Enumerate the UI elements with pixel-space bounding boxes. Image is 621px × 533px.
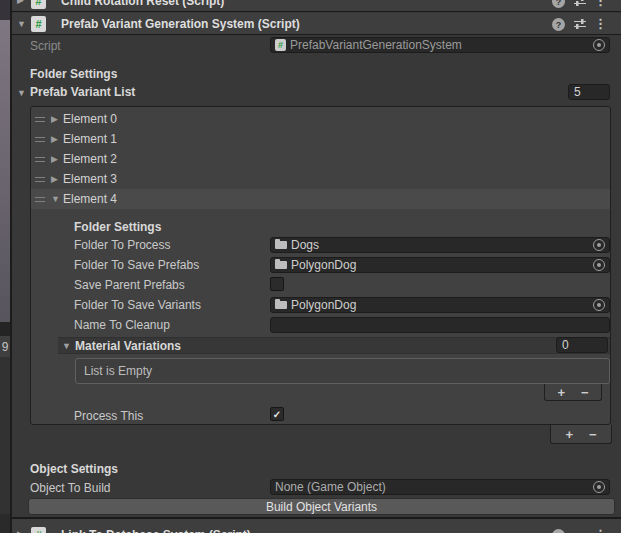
left-strip-segment [0,357,10,514]
element4-folder-settings-header: Folder Settings [74,220,161,234]
object-picker-icon[interactable] [593,239,605,251]
next-component-title: Link To Database System (Script) [61,528,251,533]
material-variations-footer: + − [544,384,602,401]
add-element-button[interactable]: + [565,428,573,441]
object-picker-icon[interactable] [593,39,605,51]
folder-to-process-value: Dogs [291,238,589,252]
folder-to-process-label: Folder To Process [74,238,171,252]
unity-inspector-screenshot: 9 ▶ # Child Rotation Reset (Script) ? ⋮ … [0,0,621,533]
foldout-icon[interactable]: ▶ [51,175,58,184]
object-settings-header: Object Settings [30,462,118,476]
material-variations-label: Material Variations [75,339,181,353]
prev-component-header[interactable]: ▶ # Child Rotation Reset (Script) ? ⋮ [12,0,621,12]
left-panel-strip: 9 [0,0,10,533]
foldout-icon[interactable]: ▼ [51,195,60,204]
folder-icon [275,241,287,249]
folder-to-save-variants-value: PolygonDog [291,298,589,312]
csharp-script-icon: # [275,39,286,51]
csharp-script-icon: # [31,0,46,9]
prefab-variant-list-footer: + − [550,425,612,444]
list-item-selected[interactable]: ▼ Element 4 [31,189,610,209]
foldout-icon[interactable]: ▶ [51,135,58,144]
folder-icon [275,301,287,309]
prefab-variant-listbox: ▶ Element 0 ▶ Element 1 ▶ Element 2 ▶ El… [30,106,611,425]
help-icon[interactable]: ? [552,0,565,8]
object-to-build-field[interactable]: None (Game Object) [270,479,610,495]
left-strip-segment [0,322,10,336]
presets-icon[interactable] [573,0,587,11]
list-item[interactable]: ▶ Element 0 [31,109,610,129]
foldout-icon[interactable]: ▶ [17,0,24,5]
left-strip-segment [0,20,10,322]
list-item[interactable]: ▶ Element 3 [31,169,610,189]
list-item[interactable]: ▶ Element 1 [31,129,610,149]
name-to-cleanup-input[interactable] [270,317,610,333]
script-object-field[interactable]: # PrefabVariantGenerationSystem [270,37,610,53]
name-to-cleanup-label: Name To Cleanup [74,318,170,332]
presets-icon[interactable] [573,17,587,34]
csharp-script-icon: # [31,527,46,533]
drag-handle-icon[interactable] [35,137,45,142]
material-variations-header-row[interactable]: ▼ Material Variations 0 [58,337,610,354]
process-this-checkbox[interactable]: ✓ [270,407,284,421]
folder-settings-header: Folder Settings [30,67,117,81]
save-parent-prefabs-label: Save Parent Prefabs [74,278,185,292]
element-label: Element 1 [63,132,117,146]
element-label: Element 4 [63,192,117,206]
kebab-menu-icon[interactable]: ⋮ [594,16,607,31]
prev-component-title: Child Rotation Reset (Script) [61,0,224,8]
folder-icon [275,261,287,269]
script-field-value: PrefabVariantGenerationSystem [290,38,589,52]
left-strip-segment [0,0,10,20]
folder-to-save-variants-field[interactable]: PolygonDog [270,297,610,313]
left-gutter-number: 9 [0,336,10,357]
element-label: Element 0 [63,112,117,126]
inspector-panel: ▶ # Child Rotation Reset (Script) ? ⋮ ▼ … [12,0,621,533]
next-component-header[interactable]: ▶ # Link To Database System (Script) ? ⋮ [12,519,621,533]
drag-handle-icon[interactable] [35,177,45,182]
kebab-menu-icon[interactable]: ⋮ [594,527,607,533]
folder-to-process-field[interactable]: Dogs [270,237,610,253]
foldout-icon[interactable]: ▼ [62,342,71,351]
kebab-menu-icon[interactable]: ⋮ [594,0,607,8]
help-icon[interactable]: ? [552,18,565,31]
list-item[interactable]: ▶ Element 2 [31,149,610,169]
folder-to-save-prefabs-value: PolygonDog [291,258,589,272]
object-picker-icon[interactable] [593,259,605,271]
process-this-label: Process This [74,409,143,423]
list-empty-text: List is Empty [84,364,152,378]
material-variations-size-field[interactable]: 0 [556,337,608,353]
object-picker-icon[interactable] [593,481,605,493]
left-strip-segment [0,514,10,533]
csharp-script-icon: # [31,16,46,32]
script-row-label: Script [30,39,61,53]
remove-element-button[interactable]: − [581,386,589,399]
save-parent-prefabs-checkbox[interactable] [270,277,284,291]
help-icon[interactable]: ? [552,529,565,533]
folder-to-save-prefabs-field[interactable]: PolygonDog [270,257,610,273]
element-label: Element 3 [63,172,117,186]
build-button-label: Build Object Variants [266,500,377,514]
object-picker-icon[interactable] [593,299,605,311]
folder-to-save-prefabs-label: Folder To Save Prefabs [74,258,199,272]
prefab-variant-list-label[interactable]: Prefab Variant List [30,85,135,99]
foldout-icon[interactable]: ▶ [51,155,58,164]
component-header[interactable]: ▼ # Prefab Variant Generation System (Sc… [12,13,621,35]
drag-handle-icon[interactable] [35,157,45,162]
remove-element-button[interactable]: − [589,428,597,441]
add-element-button[interactable]: + [557,386,565,399]
element-label: Element 2 [63,152,117,166]
build-object-variants-button[interactable]: Build Object Variants [28,498,615,515]
object-to-build-value: None (Game Object) [275,480,589,494]
drag-handle-icon[interactable] [35,117,45,122]
drag-handle-icon[interactable] [35,197,45,202]
foldout-icon[interactable]: ▼ [17,20,26,29]
panel-divider[interactable] [10,0,12,533]
object-to-build-label: Object To Build [30,481,111,495]
component-title: Prefab Variant Generation System (Script… [61,17,300,31]
list-size-field[interactable]: 5 [568,84,610,100]
foldout-icon[interactable]: ▼ [17,89,26,98]
foldout-icon[interactable]: ▶ [51,115,58,124]
material-variations-empty-box: List is Empty [75,358,610,384]
folder-to-save-variants-label: Folder To Save Variants [74,298,201,312]
